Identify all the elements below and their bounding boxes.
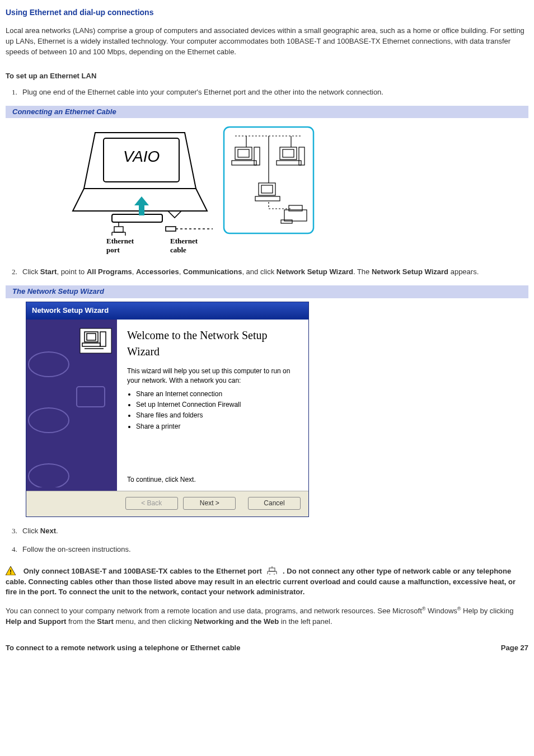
step-3: Click Next.	[19, 526, 528, 537]
wizard-continue-text: To continue, click Next.	[127, 475, 298, 485]
svg-rect-31	[284, 210, 307, 221]
label-ethernet-cable: Ethernet	[170, 237, 198, 245]
svg-rect-1	[112, 214, 162, 222]
wizard-heading: Welcome to the Network Setup Wizard	[127, 327, 298, 360]
wizard-item: Set up Internet Connection Firewall	[136, 400, 298, 410]
next-button[interactable]: Next >	[183, 497, 236, 510]
ethernet-port-icon	[266, 566, 278, 575]
svg-rect-24	[277, 161, 301, 165]
svg-rect-21	[254, 147, 260, 165]
remote-paragraph: You can connect to your company network …	[6, 605, 528, 627]
intro-paragraph: Local area networks (LANs) comprise a gr…	[6, 26, 528, 58]
svg-text:cable: cable	[170, 246, 186, 254]
figure-caption-wizard: The Network Setup Wizard	[6, 285, 528, 298]
svg-rect-28	[255, 196, 280, 201]
wizard-item: Share a printer	[136, 422, 298, 431]
section-heading-setup: To set up an Ethernet LAN	[6, 71, 528, 82]
step-2: Click Start, point to All Programs, Acce…	[19, 267, 528, 278]
page-title: Using Ethernet and dial-up connections	[6, 7, 528, 18]
wizard-description: This wizard will help you set up this co…	[127, 367, 298, 386]
wizard-item: Share files and folders	[136, 411, 298, 420]
svg-rect-27	[261, 185, 273, 193]
svg-rect-20	[232, 161, 256, 165]
wizard-item: Share an Internet connection	[136, 389, 298, 399]
wizard-titlebar: Network Setup Wizard	[26, 302, 308, 320]
svg-rect-25	[299, 147, 305, 165]
svg-rect-19	[238, 149, 249, 157]
svg-text:port: port	[106, 246, 120, 254]
label-ethernet-port: Ethernet	[106, 237, 134, 245]
wizard-window: Network Setup Wizard	[26, 302, 309, 517]
svg-rect-23	[283, 149, 294, 157]
section-heading-remote: To connect to a remote network using a t…	[6, 643, 240, 654]
wizard-side-graphic	[26, 320, 117, 491]
back-button[interactable]: < Back	[125, 497, 178, 510]
svg-rect-10	[166, 227, 176, 231]
svg-marker-3	[134, 196, 149, 215]
warning-icon: !	[6, 566, 16, 575]
svg-text:!: !	[10, 569, 12, 575]
figure-ethernet-diagram: VAIO Ethernet port Ethernet	[6, 121, 528, 259]
cancel-button[interactable]: Cancel	[248, 497, 301, 510]
svg-rect-33	[281, 220, 292, 223]
step-1: Plug one end of the Ethernet cable into …	[19, 87, 528, 98]
ethernet-diagram-svg: VAIO Ethernet port Ethernet	[56, 121, 319, 256]
page-number: Page 27	[501, 643, 528, 654]
figure-caption-ethernet: Connecting an Ethernet Cable	[6, 106, 528, 119]
svg-rect-47	[269, 568, 275, 571]
svg-text:VAIO: VAIO	[123, 148, 160, 165]
step-4: Follow the on-screen instructions.	[19, 544, 528, 555]
svg-rect-4	[114, 227, 123, 232]
warning-paragraph: ! Only connect 10BASE-T and 100BASE-TX c…	[6, 566, 528, 598]
